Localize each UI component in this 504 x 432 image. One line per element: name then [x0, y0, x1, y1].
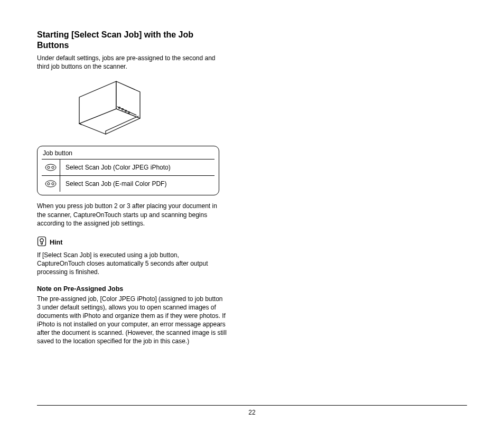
note-text: The pre-assigned job, [Color JPEG iPhoto… [37, 295, 227, 346]
section-title: Starting [Select Scan Job] with the Job … [37, 30, 227, 51]
job-button-table: Job button Select Scan Job (Color JPEG i… [37, 146, 219, 195]
page-footer: 22 [37, 405, 467, 416]
svg-point-6 [52, 166, 54, 168]
svg-point-9 [52, 183, 54, 185]
page: Starting [Select Scan Job] with the Job … [0, 0, 504, 432]
svg-point-5 [48, 166, 50, 168]
table-cell-label: Select Scan Job (E-mail Color PDF) [60, 176, 214, 192]
page-number: 22 [37, 409, 467, 416]
svg-point-7 [45, 181, 56, 187]
table-cell-label: Select Scan Job (Color JPEG iPhoto) [60, 159, 214, 175]
footer-rule [37, 405, 467, 406]
svg-point-4 [45, 164, 56, 171]
job-button-icon [42, 176, 60, 192]
after-table-paragraph: When you press job button 2 or 3 after p… [37, 202, 227, 228]
note-heading: Note on Pre-Assigned Jobs [37, 285, 227, 293]
table-row: Select Scan Job (E-mail Color PDF) [42, 175, 214, 192]
hint-heading: Hint [37, 236, 227, 249]
svg-point-8 [48, 183, 50, 185]
table-header: Job button [38, 146, 219, 159]
svg-point-11 [40, 239, 43, 242]
hint-label: Hint [50, 239, 62, 246]
lightbulb-icon [37, 236, 46, 249]
hint-text: If [Select Scan Job] is executed using a… [37, 251, 227, 277]
content-column: Starting [Select Scan Job] with the Job … [37, 30, 227, 346]
table-row: Select Scan Job (Color JPEG iPhoto) [42, 159, 214, 175]
scanner-illustration [69, 76, 227, 142]
intro-paragraph: Under default settings, jobs are pre-ass… [37, 54, 227, 71]
job-button-icon [42, 159, 60, 175]
